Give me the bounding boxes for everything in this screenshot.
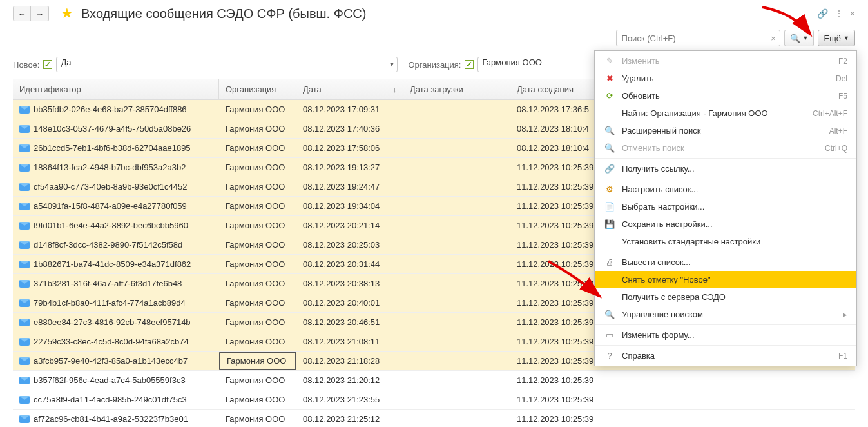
message-icon — [19, 164, 30, 172]
menu-item[interactable]: ?СправкаF1 — [595, 347, 856, 364]
menu-item-label: Обновить — [622, 91, 660, 101]
cell-date: 08.12.2023 19:34:04 — [296, 197, 403, 215]
search-button[interactable]: 🔍 ▼ — [784, 30, 815, 46]
magnifier-icon: 🔍 — [790, 34, 800, 43]
menu-item[interactable]: Установить стандартные настройки — [595, 233, 856, 250]
cell-id: e880ee84-27c3-4816-92cb-748eef95714b — [34, 317, 191, 327]
cell-id: 371b3281-316f-46a7-aff7-6f3d17fe6b48 — [34, 279, 182, 288]
del-icon: ✖ — [604, 74, 615, 83]
menu-item[interactable]: Найти: Организация - Гармония ОООCtrl+Al… — [595, 104, 856, 122]
cell-id: cf54aa90-c773-40eb-8a9b-93e0cf1c4452 — [34, 182, 188, 192]
cell-date: 08.12.2023 17:40:36 — [296, 119, 403, 138]
menu-item-label: Сохранить настройки... — [622, 219, 713, 229]
filter-org-checkbox[interactable]: ✓ — [465, 60, 474, 69]
cell-org: Гармония ООО — [219, 216, 296, 235]
message-icon — [19, 241, 30, 249]
cell-dc: 11.12.2023 10:25:39 — [510, 255, 607, 273]
menu-item[interactable]: Снять отметку "Новое" — [595, 271, 856, 288]
nav-back-button[interactable]: ← — [13, 6, 31, 21]
col-dc[interactable]: Дата создания — [510, 79, 607, 99]
cell-date: 08.12.2023 20:46:51 — [296, 313, 403, 332]
nav-forward-button[interactable]: → — [31, 6, 49, 21]
menu-item[interactable]: ⚙Настроить список... — [595, 181, 856, 198]
menu-item: 🔍Отменить поискCtrl+Q — [595, 139, 856, 157]
cell-dc: 11.12.2023 10:25:39 — [510, 235, 607, 254]
message-icon — [19, 125, 30, 133]
message-icon — [19, 203, 30, 210]
menu-item[interactable]: 🔍Управление поиском▸ — [595, 306, 856, 323]
cell-dc: 11.12.2023 10:25:39 — [510, 274, 607, 293]
col-date[interactable]: Дата↓ — [296, 79, 403, 99]
search-input[interactable] — [617, 34, 767, 43]
cell-dz — [403, 352, 510, 370]
menu-separator — [595, 158, 856, 159]
filter-novoe-input[interactable]: Да ▼ — [56, 57, 398, 72]
menu-item[interactable]: ▭Изменить форму... — [595, 326, 856, 344]
search-box[interactable]: × — [616, 30, 780, 46]
table-row[interactable]: b357f62f-956c-4ead-a7c4-5ab05559f3c3Гарм… — [13, 371, 855, 390]
caret-down-icon: ▼ — [803, 35, 809, 41]
close-icon[interactable]: × — [850, 8, 855, 19]
cell-dc: 11.12.2023 10:25:39 — [510, 158, 607, 177]
table-row[interactable]: cc75a8f9-da11-4acd-985b-249c01df75c3Гарм… — [13, 390, 855, 410]
favorite-star-icon[interactable]: ★ — [61, 5, 73, 22]
more-label: Ещё — [824, 34, 841, 43]
menu-item-label: Отменить поиск — [622, 143, 684, 153]
cell-id: d148f8cf-3dcc-4382-9890-7f5142c5f58d — [34, 240, 182, 250]
caret-down-icon: ▼ — [844, 35, 849, 41]
menu-item[interactable]: ⟳ОбновитьF5 — [595, 87, 856, 104]
col-dz[interactable]: Дата загрузки — [403, 79, 510, 99]
cell-org: Гармония ООО — [219, 274, 296, 293]
dropdown-icon[interactable]: ▼ — [389, 61, 395, 68]
menu-item[interactable]: ✖УдалитьDel — [595, 70, 856, 87]
menu-item[interactable]: 📄Выбрать настройки... — [595, 198, 856, 215]
cell-id: b357f62f-956c-4ead-a7c4-5ab05559f3c3 — [34, 375, 186, 385]
menu-item-label: Найти: Организация - Гармония ООО — [622, 108, 768, 118]
cell-dz — [403, 255, 510, 273]
cell-date: 08.12.2023 20:21:14 — [296, 216, 403, 235]
message-icon — [19, 144, 30, 152]
cell-dc: 11.12.2023 10:25:39 — [510, 352, 607, 370]
kebab-menu-icon[interactable]: ⋮ — [834, 8, 844, 19]
gear-icon: ⚙ — [604, 184, 615, 194]
save-icon: 💾 — [604, 219, 615, 229]
message-icon — [19, 338, 30, 346]
menu-item-label: Вывести список... — [622, 257, 691, 267]
filter-novoe-checkbox[interactable]: ✓ — [43, 60, 52, 69]
menu-shortcut: F2 — [838, 57, 847, 66]
menu-item[interactable]: 🔍Расширенный поискAlt+F — [595, 122, 856, 139]
table-row[interactable]: af72ac96-cb81-4b41-a9a2-53223f7b3e01Гарм… — [13, 410, 855, 427]
message-icon — [19, 299, 30, 307]
menu-item-label: Изменить форму... — [622, 330, 695, 340]
search-clear-button[interactable]: × — [767, 34, 780, 43]
cell-dz — [403, 293, 510, 312]
message-icon — [19, 261, 30, 268]
cell-id: bb35fdb2-026e-4e68-ba27-385704dff886 — [34, 104, 187, 114]
filter-org-value: Гармония ООО — [482, 57, 541, 67]
cell-org: Гармония ООО — [219, 197, 296, 215]
menu-item[interactable]: 🖨Вывести список... — [595, 253, 856, 271]
menu-item[interactable]: Получить с сервера СЭДО — [595, 288, 856, 306]
filter-org-label: Организация: — [408, 60, 461, 70]
link-icon[interactable]: 🔗 — [817, 8, 828, 19]
menu-item[interactable]: 🔗Получить ссылку... — [595, 160, 856, 177]
cell-dz — [403, 139, 510, 157]
more-button[interactable]: Ещё ▼ — [818, 30, 855, 46]
cell-date: 08.12.2023 21:25:12 — [296, 410, 403, 427]
menu-shortcut: F5 — [838, 92, 847, 101]
menu-shortcut: Alt+F — [829, 126, 847, 135]
menu-item[interactable]: 💾Сохранить настройки... — [595, 215, 856, 233]
message-icon — [19, 319, 30, 326]
cell-dz — [403, 119, 510, 138]
nosearch-icon: 🔍 — [604, 143, 615, 153]
col-id[interactable]: Идентификатор — [13, 79, 219, 99]
cell-org: Гармония ООО — [219, 177, 296, 196]
col-org[interactable]: Организация — [219, 79, 296, 99]
cell-org: Гармония ООО — [219, 158, 296, 177]
menu-item-label: Получить ссылку... — [622, 164, 695, 174]
cell-dc: 11.12.2023 10:25:39 — [510, 177, 607, 196]
message-icon — [19, 280, 30, 288]
cell-org: Гармония ООО — [219, 235, 296, 254]
cell-org: Гармония ООО — [219, 352, 296, 370]
cell-date: 08.12.2023 20:40:01 — [296, 293, 403, 312]
